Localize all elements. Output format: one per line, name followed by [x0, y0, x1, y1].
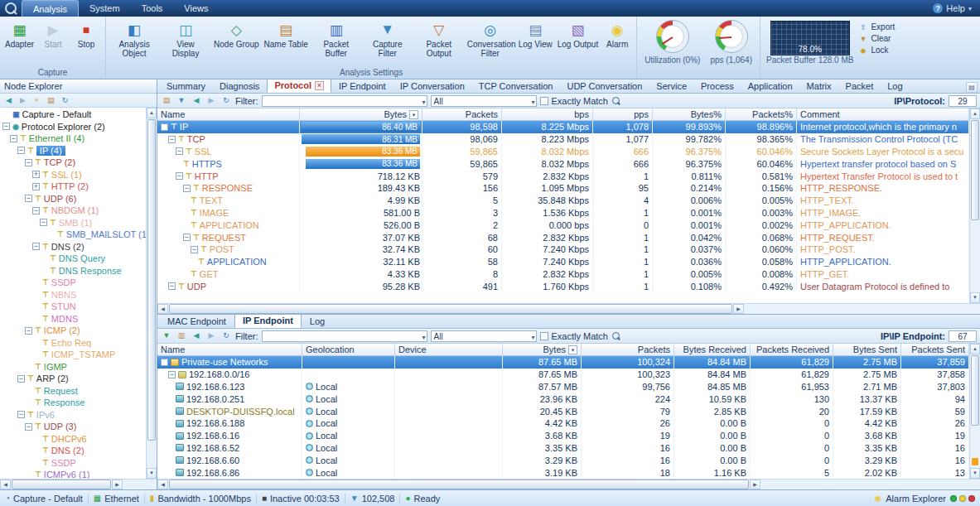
tab-diagnosis[interactable]: Diagnosis	[213, 80, 266, 93]
tab-log[interactable]: Log	[881, 80, 909, 93]
tree-item-igmp[interactable]: ⊤IGMP	[0, 361, 146, 373]
endpoint-row-192-168-6-188[interactable]: 192.168.6.188Local4.42 KB260.00 B04.42 K…	[157, 417, 969, 430]
ribbon-button-view-display[interactable]: ◫View Display	[160, 18, 211, 58]
ribbon-button-log-view[interactable]: ▤Log View	[516, 18, 555, 50]
tab-ip-endpoint[interactable]: IP Endpoint	[234, 314, 302, 328]
save-icon[interactable]: ▥	[176, 330, 187, 341]
forward-icon[interactable]: ▶	[205, 95, 217, 106]
collapse-icon[interactable]: −	[17, 375, 25, 383]
tree-item-arp-2[interactable]: −⊤ARP (2)	[0, 373, 146, 385]
tree-item-capture-default[interactable]: ▣Capture - Default	[0, 108, 146, 121]
endpoint-column-bytes-received[interactable]: Bytes Received	[674, 344, 751, 355]
tree-item-ssdp[interactable]: ⊤SSDP	[0, 457, 146, 470]
download-icon[interactable]: ▼	[161, 330, 172, 341]
endpoint-column-bytes[interactable]: Bytes	[503, 344, 582, 355]
tree-item-echo-req[interactable]: ⊤Echo Req	[0, 337, 146, 349]
collapse-icon[interactable]: −	[176, 147, 183, 155]
protocol-hscroll-thumb[interactable]	[169, 304, 732, 314]
endpoint-row-192-168-6-123[interactable]: 192.168.6.123Local87.57 MB99,75684.85 MB…	[157, 381, 969, 393]
protocol-row-post[interactable]: −⊤POST32.74 KB607.240 Kbps10.037%0.060%H…	[157, 243, 969, 256]
ribbon-button-conversation-filter[interactable]: ◎Conversation Filter	[465, 18, 516, 58]
menu-tab-system[interactable]: System	[79, 0, 131, 17]
ribbon-button-capture-filter[interactable]: ▼Capture Filter	[362, 18, 413, 58]
collapse-icon[interactable]: −	[17, 147, 25, 154]
endpoint-row-192-168-6-52[interactable]: 192.168.6.52Local3.35 KB160.00 B03.35 KB…	[157, 442, 969, 455]
back-icon[interactable]: ◀	[3, 95, 14, 105]
collapse-icon[interactable]: −	[2, 123, 10, 130]
exactly-match-checkbox[interactable]	[540, 97, 548, 105]
filter-scope-select[interactable]: All	[431, 330, 537, 342]
ribbon-button-export[interactable]: ⇧Export	[858, 22, 895, 31]
tree-item-nbns[interactable]: ⊤NBNS	[0, 289, 146, 301]
ribbon-button-start[interactable]: ▶Start	[36, 18, 70, 50]
tree-scroll-thumb[interactable]	[147, 119, 156, 441]
expand-icon[interactable]: +	[32, 171, 40, 178]
scroll-right-icon[interactable]	[750, 479, 760, 489]
tab-matrix[interactable]: Matrix	[800, 80, 838, 93]
tree-item-request[interactable]: ⊤Request	[0, 385, 146, 398]
protocol-row-application[interactable]: ⊤APPLICATION32.11 KB587.240 Kbps10.036%0…	[157, 256, 969, 268]
protocol-row-http[interactable]: −⊤HTTP718.12 KB5792.832 Kbps10.811%0.581…	[157, 170, 969, 182]
protocol-column-name[interactable]: Name	[157, 108, 300, 120]
tree-item-tcp-2[interactable]: −⊤TCP (2)	[0, 157, 146, 169]
collapse-icon[interactable]: −	[17, 411, 25, 418]
endpoint-scroll-thumb[interactable]	[971, 355, 979, 426]
protocol-scroll-track[interactable]	[970, 119, 980, 292]
tab-mac-endpoint[interactable]: MAC Endpoint	[160, 316, 234, 328]
tab-process[interactable]: Process	[694, 80, 741, 93]
endpoint-row-192-168-0-251[interactable]: 192.168.0.251Local23.96 KB22410.59 KB130…	[157, 393, 969, 405]
tab-ip-conversation[interactable]: IP Conversation	[393, 80, 471, 93]
collapse-icon[interactable]: −	[176, 172, 183, 180]
export-icon[interactable]: ▤	[161, 95, 172, 106]
ribbon-button-analysis-object[interactable]: ◧Analysis Object	[109, 18, 160, 58]
scroll-down-icon[interactable]	[970, 468, 980, 479]
ribbon-button-name-table[interactable]: ▤Name Table	[262, 18, 311, 50]
tab-service[interactable]: Service	[649, 80, 693, 93]
endpoint-row-private-use-networks[interactable]: −Private-use Networks87.65 MB100,32484.8…	[157, 356, 969, 369]
tab-list-icon[interactable]	[966, 82, 978, 93]
protocol-row-https[interactable]: ⊤HTTPS83.36 MB59,8658.032 Mbps66696.375%…	[157, 157, 969, 170]
search-icon[interactable]	[611, 96, 621, 106]
ribbon-button-alarm[interactable]: ◉Alarm	[601, 18, 634, 50]
tree-item-stun[interactable]: ⊤STUN	[0, 301, 146, 313]
ribbon-button-packet-buffer[interactable]: ▥Packet Buffer	[311, 18, 362, 58]
collapse-icon[interactable]: −	[161, 123, 168, 131]
endpoint-row-desktop-duissfq-local[interactable]: DESKTOP-DUISSFQ.localLocal20.45 KB792.85…	[157, 405, 969, 417]
collapse-icon[interactable]: −	[32, 243, 40, 250]
protocol-column-packets[interactable]: Packets	[422, 108, 502, 120]
scroll-right-icon[interactable]	[733, 304, 744, 314]
refresh-icon[interactable]: ↻	[220, 95, 232, 106]
tree-item-nbdgm-1[interactable]: −⊤NBDGM (1)	[0, 205, 146, 217]
protocol-row-udp[interactable]: −⊤UDP95.28 KB4911.760 Kbps10.108%0.492%U…	[157, 280, 969, 292]
scroll-left-icon[interactable]	[157, 479, 168, 489]
forward-icon[interactable]: ▶	[17, 95, 28, 105]
endpoint-row-192-168-0-0-16[interactable]: −192.168.0.0/1687.65 MB100,32384.84 MB61…	[157, 369, 969, 381]
scroll-down-icon[interactable]	[147, 468, 157, 479]
protocol-row-tcp[interactable]: −⊤TCP86.31 MB98,0698.223 Mbps1,07799.782…	[157, 133, 969, 146]
protocol-row-response[interactable]: −⊤RESPONSE189.43 KB1561.095 Mbps950.214%…	[157, 182, 969, 195]
protocol-vscrollbar[interactable]	[969, 108, 980, 303]
endpoint-row-192-168-6-86[interactable]: 192.168.6.86Local3.19 KB181.16 KB52.02 K…	[157, 466, 969, 479]
ribbon-button-adapter[interactable]: ▦Adapter	[2, 18, 36, 50]
scroll-up-icon[interactable]	[147, 108, 157, 118]
tree-item-dns-response[interactable]: ⊤DNS Response	[0, 265, 146, 277]
collapse-icon[interactable]: −	[25, 327, 32, 335]
tree-item-mdns[interactable]: ⊤MDNS	[0, 313, 146, 325]
tab-tcp-conversation[interactable]: TCP Conversation	[472, 80, 560, 93]
endpoint-column-name[interactable]: Name	[157, 344, 302, 355]
protocol-row-ssl[interactable]: −⊤SSL83.36 MB59,8658.032 Mbps66696.375%6…	[157, 146, 969, 158]
scroll-up-icon[interactable]	[970, 108, 980, 119]
endpoint-column-geolocation[interactable]: Geolocation	[302, 344, 395, 355]
exactly-match-checkbox[interactable]	[540, 332, 548, 340]
collapse-icon[interactable]: −	[183, 234, 191, 241]
protocol-column-bytes[interactable]: Bytes	[300, 108, 422, 120]
tree-item-ip-4[interactable]: −⊤IP (4)	[0, 145, 146, 157]
tree-item-dns-2[interactable]: ⊤DNS (2)	[0, 445, 146, 457]
help-button[interactable]: Help	[933, 0, 980, 17]
collapse-icon[interactable]: −	[25, 195, 32, 202]
tree-hscroll-thumb[interactable]	[12, 479, 111, 489]
scroll-left-icon[interactable]	[0, 479, 11, 489]
tree-item-ssdp[interactable]: ⊤SSDP	[0, 277, 146, 289]
endpoint-column-packets[interactable]: Packets	[582, 344, 674, 355]
tab-ip-endpoint[interactable]: IP Endpoint	[332, 80, 393, 93]
